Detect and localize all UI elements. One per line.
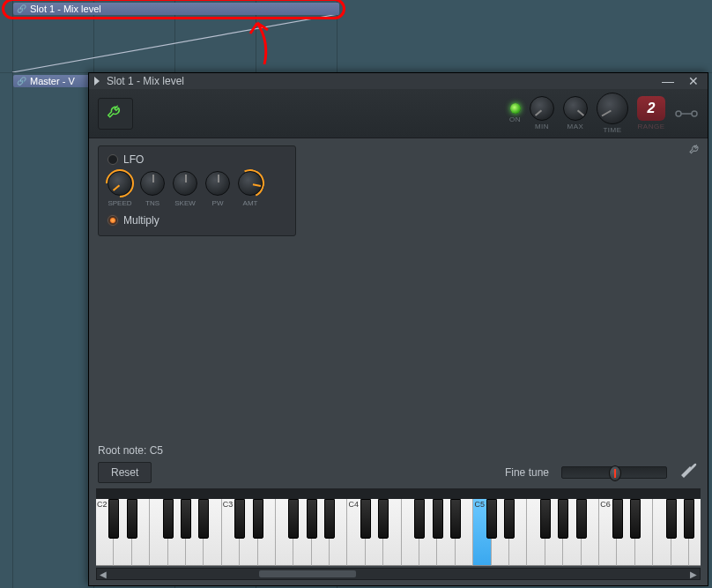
panel-content: LFO SPEED TNS SKEW PW xyxy=(89,138,708,441)
lfo-section: LFO SPEED TNS SKEW PW xyxy=(98,145,296,236)
lane-title-label: Master - V xyxy=(30,76,75,86)
finetune-label: Fine tune xyxy=(505,466,549,479)
panel-title-label: Slot 1 - Mix level xyxy=(107,75,184,87)
panel-toolbar: ON MIN MAX TIME 2 RANGE xyxy=(89,89,708,138)
minimize-button[interactable]: — xyxy=(658,74,678,88)
automation-properties-panel: Slot 1 - Mix level — ✕ ON MIN MAX TIME xyxy=(88,72,708,586)
black-key[interactable] xyxy=(127,499,137,539)
slider-thumb[interactable] xyxy=(609,465,621,481)
black-key[interactable] xyxy=(666,499,677,539)
svg-line-0 xyxy=(12,14,338,72)
lane-title-slot1[interactable]: 🔗 Slot 1 - Mix level xyxy=(13,3,339,15)
skew-knob[interactable]: SKEW xyxy=(173,171,197,207)
on-toggle[interactable]: ON xyxy=(509,103,521,123)
amt-knob[interactable]: AMT xyxy=(238,171,263,207)
link-icon: 🔗 xyxy=(17,77,26,86)
footer-controls: Reset Fine tune xyxy=(89,462,708,488)
black-key[interactable] xyxy=(181,499,191,539)
wrench-icon xyxy=(106,104,125,123)
multiply-radio[interactable] xyxy=(108,215,118,226)
black-key[interactable] xyxy=(163,499,174,539)
lfo-title: LFO xyxy=(123,153,144,166)
keyboard-scrollbar[interactable]: ◀ ▶ xyxy=(96,568,701,580)
black-key[interactable] xyxy=(684,499,694,539)
black-key[interactable] xyxy=(450,499,461,539)
range-link-icon[interactable] xyxy=(674,103,699,124)
led-on-icon xyxy=(510,103,521,114)
black-key[interactable] xyxy=(234,499,245,539)
black-key[interactable] xyxy=(612,499,623,539)
tns-knob[interactable]: TNS xyxy=(140,171,165,207)
automation-envelope xyxy=(12,14,338,72)
panel-titlebar[interactable]: Slot 1 - Mix level — ✕ xyxy=(89,73,708,89)
black-key[interactable] xyxy=(504,499,515,539)
octave-label: C3 xyxy=(223,500,234,509)
root-note-label: Root note: C5 xyxy=(89,441,708,462)
black-key[interactable] xyxy=(360,499,371,539)
black-key[interactable] xyxy=(576,499,587,539)
octave-label: C4 xyxy=(349,500,360,509)
mini-settings-button[interactable] xyxy=(688,144,702,161)
black-key[interactable] xyxy=(307,499,317,539)
settings-button[interactable] xyxy=(98,98,133,130)
scroll-left-arrow[interactable]: ◀ xyxy=(97,569,109,579)
svg-point-2 xyxy=(692,111,697,116)
link-icon: 🔗 xyxy=(17,4,26,13)
svg-point-1 xyxy=(676,111,681,116)
close-button[interactable]: ✕ xyxy=(685,74,702,88)
black-key[interactable] xyxy=(198,499,209,539)
max-knob[interactable]: MAX xyxy=(563,96,588,130)
scroll-thumb[interactable] xyxy=(259,570,356,577)
brush-icon[interactable] xyxy=(679,463,699,482)
black-key[interactable] xyxy=(630,499,641,539)
black-key[interactable] xyxy=(378,499,389,539)
time-knob[interactable]: TIME xyxy=(597,93,628,134)
time-value-bubble[interactable]: 2 RANGE xyxy=(637,96,665,130)
octave-label: C5 xyxy=(474,500,485,509)
black-key[interactable] xyxy=(108,499,119,539)
reset-button[interactable]: Reset xyxy=(98,462,152,483)
black-key[interactable] xyxy=(433,499,443,539)
time-value: 2 xyxy=(637,96,665,121)
lfo-enable-radio[interactable] xyxy=(108,154,118,165)
black-key[interactable] xyxy=(414,499,425,539)
speed-knob[interactable]: SPEED xyxy=(108,171,132,207)
scroll-track[interactable] xyxy=(109,569,687,579)
scroll-right-arrow[interactable]: ▶ xyxy=(687,569,700,579)
collapse-triangle-icon[interactable] xyxy=(94,77,100,86)
black-key[interactable] xyxy=(540,499,551,539)
octave-label: C2 xyxy=(97,500,108,509)
finetune-slider[interactable] xyxy=(561,466,667,479)
pw-knob[interactable]: PW xyxy=(205,171,230,207)
black-key[interactable] xyxy=(253,499,263,539)
multiply-label: Multiply xyxy=(123,214,159,227)
keyboard[interactable]: C2C3C4C5C6C7C8 xyxy=(96,488,701,566)
octave-label: C6 xyxy=(600,500,611,509)
lane-title-label: Slot 1 - Mix level xyxy=(30,4,101,14)
min-knob[interactable]: MIN xyxy=(530,96,554,130)
black-key[interactable] xyxy=(324,499,335,539)
black-key[interactable] xyxy=(558,499,568,539)
black-key[interactable] xyxy=(288,499,299,539)
black-key[interactable] xyxy=(486,499,497,539)
wrench-icon xyxy=(688,144,702,158)
